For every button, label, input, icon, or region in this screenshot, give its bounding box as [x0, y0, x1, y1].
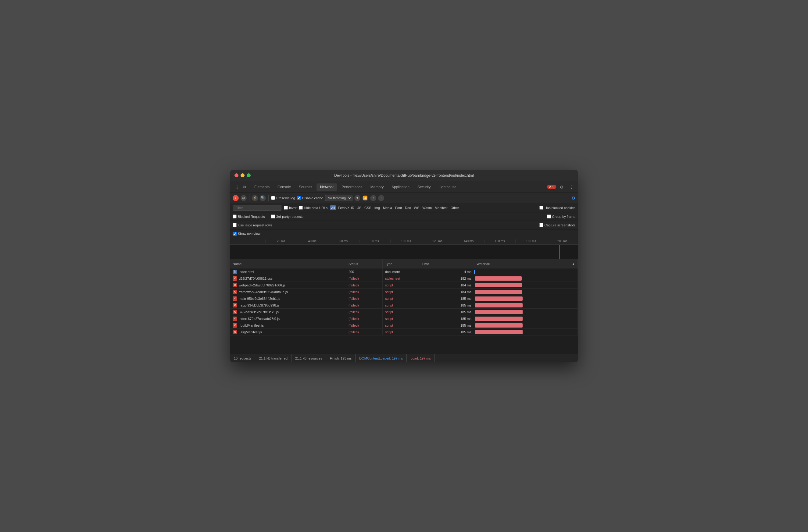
table-row[interactable]: ✕ main-95be2c3e63442eb1.js (failed) scri… [230, 295, 578, 302]
capture-screenshots-checkbox[interactable]: Capture screenshots [539, 223, 576, 227]
invert-checkbox[interactable]: Invert [284, 206, 298, 210]
file-icon-error: ✕ [233, 303, 237, 307]
filter-wasm[interactable]: Wasm [421, 205, 433, 210]
td-status-5: (failed) [346, 302, 383, 308]
tab-security[interactable]: Security [414, 184, 434, 191]
table-row[interactable]: ✕ d22f27d70fc00611.css (failed) styleshe… [230, 275, 578, 282]
table-row[interactable]: h index.html 200 document 4 ms [230, 268, 578, 275]
td-type-1: stylesheet [383, 275, 419, 282]
filter-font[interactable]: Font [394, 205, 403, 210]
tab-application[interactable]: Application [388, 184, 413, 191]
disable-cache-checkbox[interactable]: Disable cache [297, 196, 323, 200]
td-type-6: script [383, 309, 419, 315]
th-status[interactable]: Status [346, 259, 383, 268]
inspect-icon[interactable]: ⬚ [233, 184, 240, 190]
table-row[interactable]: ✕ 378-bd2a9e2b878e3e75.js (failed) scrip… [230, 309, 578, 315]
table-row[interactable]: ✕ _buildManifest.js (failed) script 185 … [230, 322, 578, 329]
filter-manifest[interactable]: Manifest [434, 205, 449, 210]
th-time[interactable]: Time [419, 259, 474, 268]
sort-arrow: ▲ [572, 262, 575, 266]
td-name-4: ✕ main-95be2c3e63442eb1.js [230, 295, 346, 302]
maximize-button[interactable] [247, 173, 251, 177]
file-icon-error: ✕ [233, 290, 237, 294]
filter-options: Invert Hide data URLs [284, 206, 328, 210]
file-icon-error: ✕ [233, 283, 237, 287]
network-toolbar: ● ⊘ ⚡ 🔍 Preserve log Disable cache No th… [230, 193, 578, 203]
tab-memory[interactable]: Memory [367, 184, 387, 191]
tab-sources[interactable]: Sources [295, 184, 316, 191]
th-type[interactable]: Type [383, 259, 419, 268]
table-row[interactable]: ✕ webpack-2da905f7602e1d06.js (failed) s… [230, 282, 578, 288]
export-icon[interactable]: ↓ [378, 195, 384, 201]
td-time-4: 185 ms [419, 295, 474, 302]
preserve-log-checkbox[interactable]: Preserve log [271, 196, 295, 200]
file-icon-error: ✕ [233, 323, 237, 327]
file-icon-error: ✕ [233, 310, 237, 314]
filter-other[interactable]: Other [449, 205, 460, 210]
filter-fetchxhr[interactable]: Fetch/XHR [337, 205, 355, 210]
has-blocked-cookies-checkbox[interactable] [539, 206, 543, 210]
td-time-5: 185 ms [419, 302, 474, 308]
table-row[interactable]: ✕ framework-4ed89e9640adfb9e.js (failed)… [230, 288, 578, 295]
window-title: DevTools - file:///Users/shire/Documents… [334, 173, 474, 178]
filter-types: All Fetch/XHR JS CSS Img Media Font Doc … [330, 205, 460, 210]
filter-icon[interactable]: ⚡ [252, 195, 258, 201]
th-name[interactable]: Name [230, 259, 346, 268]
tab-lighthouse[interactable]: Lighthouse [435, 184, 460, 191]
filter-input[interactable] [233, 205, 281, 211]
network-conditions-icon[interactable]: 📶 [362, 195, 368, 201]
th-waterfall[interactable]: Waterfall ▲ [474, 259, 578, 268]
tab-console[interactable]: Console [274, 184, 295, 191]
td-name-6: ✕ 378-bd2a9e2b878e3e75.js [230, 309, 346, 315]
import-icon[interactable]: ↑ [370, 195, 376, 201]
td-waterfall-1 [474, 275, 578, 282]
filter-css[interactable]: CSS [363, 205, 372, 210]
search-icon[interactable]: 🔍 [260, 195, 266, 201]
td-name-5: ✕ _app-934d3cb3f79bb998.js [230, 302, 346, 308]
tab-performance[interactable]: Performance [338, 184, 366, 191]
filter-all[interactable]: All [330, 205, 336, 210]
has-blocked-cookies: Has blocked cookies [539, 206, 575, 210]
throttle-select[interactable]: No throttling [325, 195, 352, 201]
tab-network[interactable]: Network [316, 184, 337, 191]
td-status-1: (failed) [346, 275, 383, 282]
td-time-6: 185 ms [419, 309, 474, 315]
hide-data-urls-checkbox[interactable]: Hide data URLs [299, 206, 328, 210]
td-type-5: script [383, 302, 419, 308]
minimize-button[interactable] [241, 173, 244, 177]
table-row[interactable]: ✕ index-672b27ccdadc78f9.js (failed) scr… [230, 315, 578, 322]
td-status-4: (failed) [346, 295, 383, 302]
more-icon[interactable]: ⋮ [567, 184, 575, 191]
show-overview-row: Show overview [230, 229, 578, 238]
large-rows-checkbox[interactable]: Use large request rows [233, 223, 272, 227]
finish-time: Finish: 195 ms [326, 354, 356, 362]
clear-button[interactable]: ⊘ [241, 195, 247, 201]
table-row[interactable]: ✕ _app-934d3cb3f79bb998.js (failed) scri… [230, 302, 578, 309]
group-by-frame-checkbox[interactable]: Group by frame [547, 214, 575, 218]
settings-icon[interactable]: ⚙ [558, 184, 566, 191]
ruler-mark-5: 120 ms [422, 240, 453, 243]
device-toggle-icon[interactable]: ⧉ [241, 184, 247, 191]
blocked-requests-checkbox[interactable]: Blocked Requests [233, 214, 265, 218]
options-row-2: Use large request rows Capture screensho… [230, 221, 578, 229]
record-button[interactable]: ● [233, 195, 239, 201]
filter-ws[interactable]: WS [413, 205, 421, 210]
network-settings-icon[interactable]: ⚙ [571, 196, 575, 201]
ruler-mark-4: 100 ms [390, 240, 422, 243]
filter-media[interactable]: Media [382, 205, 393, 210]
filter-bar: Invert Hide data URLs All Fetch/XHR JS C… [230, 203, 578, 212]
td-name-0: h index.html [230, 268, 346, 275]
td-status-7: (failed) [346, 315, 383, 322]
td-time-2: 184 ms [419, 282, 474, 288]
tab-elements[interactable]: Elements [251, 184, 273, 191]
filter-img[interactable]: Img [373, 205, 381, 210]
table-row[interactable]: ✕ _ssgManifest.js (failed) script 185 ms [230, 329, 578, 336]
throttle-down-icon[interactable]: ▼ [354, 195, 361, 201]
close-button[interactable] [235, 173, 238, 177]
filter-js[interactable]: JS [356, 205, 363, 210]
td-name-2: ✕ webpack-2da905f7602e1d06.js [230, 282, 346, 288]
filter-doc[interactable]: Doc [404, 205, 412, 210]
show-overview-checkbox[interactable]: Show overview [233, 232, 260, 236]
third-party-checkbox[interactable]: 3rd-party requests [271, 214, 304, 218]
td-waterfall-2 [474, 282, 578, 288]
